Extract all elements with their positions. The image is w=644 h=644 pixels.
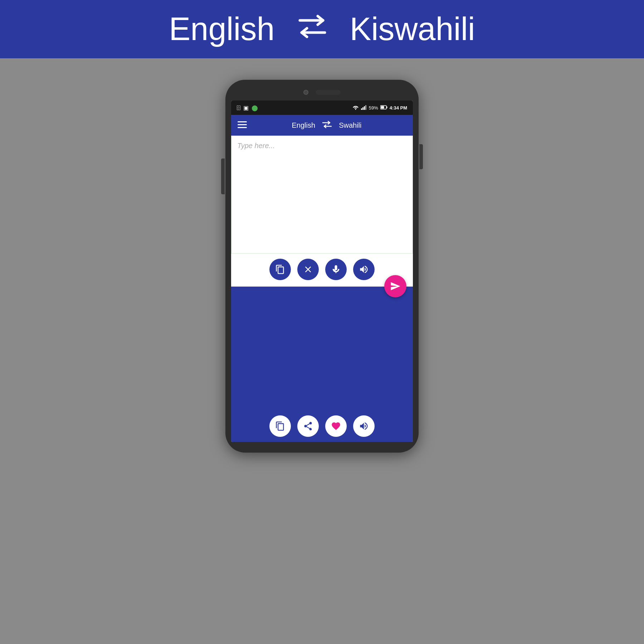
clipboard-button[interactable] xyxy=(269,259,291,280)
svg-rect-5 xyxy=(386,107,387,108)
app-bar: English Swahili xyxy=(231,115,413,136)
banner-source-lang[interactable]: English xyxy=(169,11,274,48)
copy-output-button[interactable] xyxy=(269,415,291,437)
svg-rect-0 xyxy=(361,108,362,110)
svg-rect-2 xyxy=(364,106,365,110)
battery-icon xyxy=(380,105,387,111)
translation-output-area xyxy=(231,287,413,408)
svg-rect-9 xyxy=(238,127,247,128)
favorite-button[interactable] xyxy=(325,415,347,437)
status-left-icons: ⌹ ▣ ⬤ xyxy=(237,104,258,111)
clear-button[interactable] xyxy=(297,259,319,280)
notification-icon: ⬤ xyxy=(252,104,258,111)
input-action-bar xyxy=(231,254,413,287)
phone-mockup: ⌹ ▣ ⬤ 59% xyxy=(225,80,419,453)
speaker-input-button[interactable] xyxy=(353,259,375,280)
app-bar-swap-icon[interactable] xyxy=(322,121,332,130)
send-translate-button[interactable] xyxy=(384,275,406,297)
app-bar-languages: English Swahili xyxy=(247,121,406,130)
app-bar-source-lang[interactable]: English xyxy=(292,121,316,130)
share-button[interactable] xyxy=(297,415,319,437)
svg-point-12 xyxy=(309,428,312,430)
usb-icon: ⌹ xyxy=(237,104,240,111)
battery-percent: 59% xyxy=(369,105,378,111)
output-action-bar xyxy=(231,408,413,442)
earpiece xyxy=(316,90,341,95)
speaker-output-button[interactable] xyxy=(353,415,375,437)
volume-button xyxy=(221,158,225,194)
status-right-info: 59% 4:34 PM xyxy=(352,105,407,111)
input-text-area[interactable]: Type here... xyxy=(231,136,413,254)
input-placeholder-text: Type here... xyxy=(237,142,275,150)
svg-rect-7 xyxy=(238,121,247,122)
app-bar-target-lang[interactable]: Swahili xyxy=(339,121,361,130)
phone-screen: ⌹ ▣ ⬤ 59% xyxy=(231,101,413,442)
power-button xyxy=(419,144,423,169)
phone-top xyxy=(231,86,413,101)
front-camera xyxy=(303,90,308,95)
time-display: 4:34 PM xyxy=(390,105,407,111)
top-banner: English Kiswahili xyxy=(0,0,644,58)
svg-rect-6 xyxy=(381,106,384,109)
svg-point-10 xyxy=(309,422,312,424)
phone-body: ⌹ ▣ ⬤ 59% xyxy=(225,80,419,453)
svg-rect-8 xyxy=(238,124,247,125)
svg-rect-3 xyxy=(365,105,366,110)
banner-swap-icon[interactable] xyxy=(296,13,328,46)
mic-button[interactable] xyxy=(325,259,347,280)
status-bar: ⌹ ▣ ⬤ 59% xyxy=(231,101,413,115)
banner-target-lang[interactable]: Kiswahili xyxy=(350,11,475,48)
svg-rect-1 xyxy=(362,107,364,110)
hamburger-menu-button[interactable] xyxy=(238,120,247,131)
svg-point-11 xyxy=(304,425,307,427)
wifi-icon xyxy=(352,105,359,111)
signal-icon xyxy=(361,105,367,111)
image-icon: ▣ xyxy=(243,104,249,111)
